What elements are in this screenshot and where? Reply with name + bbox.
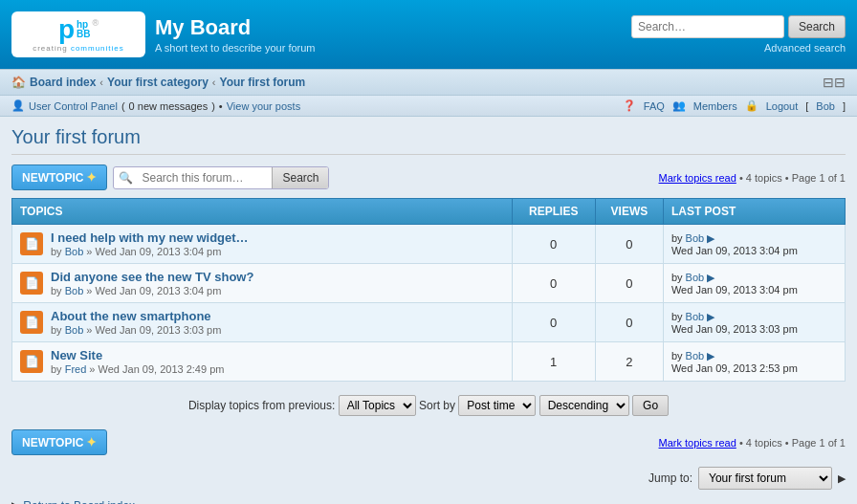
go-button[interactable]: Go bbox=[632, 395, 669, 416]
bottom-toolbar: NEWTOPIC ✦ Mark topics read • 4 topics •… bbox=[11, 429, 846, 455]
topic-info: I need help with my new widget… by Bob »… bbox=[51, 230, 249, 257]
order-select[interactable]: Descending bbox=[539, 395, 629, 416]
mark-topics-read-link-top[interactable]: Mark topics read bbox=[659, 172, 736, 184]
new-topic-label-bottom: NEWTOPIC bbox=[22, 436, 83, 449]
board-desc: A short text to describe your forum bbox=[155, 42, 316, 54]
lastpost-author-link[interactable]: Bob bbox=[686, 272, 705, 283]
user-profile-link[interactable]: Bob bbox=[816, 100, 835, 112]
return-board-index-link[interactable]: Return to Board index bbox=[23, 499, 135, 504]
breadcrumb-category-link[interactable]: Your first category bbox=[107, 76, 209, 89]
topic-status-icon: 📄 bbox=[20, 232, 43, 255]
return-link-area: ▶ Return to Board index bbox=[11, 499, 846, 504]
col-lastpost: LAST POST bbox=[663, 199, 845, 225]
advanced-search-link[interactable]: Advanced search bbox=[764, 42, 846, 54]
lastpost-author-link[interactable]: Bob bbox=[686, 311, 705, 322]
user-bar-left: 👤 User Control Panel (0 new messages) • … bbox=[11, 99, 300, 112]
topic-author-link[interactable]: Bob bbox=[65, 285, 84, 296]
new-topic-label: NEWTOPIC bbox=[22, 171, 83, 185]
topic-title-link[interactable]: I need help with my new widget… bbox=[51, 230, 249, 245]
topic-lastpost-cell: by Bob ▶ Wed Jan 09, 2013 3:03 pm bbox=[663, 303, 845, 342]
board-title: My Board bbox=[155, 15, 316, 40]
members-link[interactable]: Members bbox=[693, 100, 737, 112]
topic-views-cell: 0 bbox=[595, 225, 663, 264]
header: p hp BB ® creating communities My Board … bbox=[0, 0, 857, 69]
toolbar-right: Mark topics read • 4 topics • Page 1 of … bbox=[659, 172, 846, 184]
bottom-sep-2: • bbox=[785, 437, 792, 449]
topic-replies-cell: 1 bbox=[512, 342, 595, 382]
faq-icon: ❓ bbox=[623, 99, 636, 112]
table-row: 📄 New Site by Fred » Wed Jan 09, 2013 2:… bbox=[12, 342, 846, 382]
jump-arrow-icon[interactable]: ▶ bbox=[838, 472, 846, 485]
topic-replies-cell: 0 bbox=[512, 303, 595, 342]
mark-topics-read-link-bottom[interactable]: Mark topics read bbox=[659, 437, 736, 449]
board-title-area: My Board A short text to describe your f… bbox=[155, 15, 316, 54]
topic-views-cell: 2 bbox=[595, 342, 663, 382]
topic-replies-cell: 0 bbox=[512, 264, 595, 303]
col-replies: REPLIES bbox=[512, 199, 595, 225]
toolbar-sep-2: • bbox=[785, 172, 792, 184]
page-info-bottom: Page 1 of 1 bbox=[792, 437, 846, 449]
user-bracket-open: [ bbox=[805, 100, 808, 112]
new-topic-button[interactable]: NEWTOPIC ✦ bbox=[11, 164, 107, 190]
page-info-top: Page 1 of 1 bbox=[792, 172, 846, 184]
jump-label: Jump to: bbox=[648, 471, 692, 485]
topics-table: TOPICS REPLIES VIEWS LAST POST 📄 I need … bbox=[11, 198, 846, 382]
forum-title: Your first forum bbox=[11, 126, 846, 155]
lastpost-author-link[interactable]: Bob bbox=[686, 350, 705, 362]
col-views: VIEWS bbox=[595, 199, 663, 225]
ucp-link[interactable]: User Control Panel bbox=[29, 100, 118, 112]
lastpost-arrow-icon: ▶ bbox=[707, 232, 714, 244]
topic-info: About the new smartphone by Bob » Wed Ja… bbox=[51, 309, 221, 336]
topic-title-cell: 📄 I need help with my new widget… by Bob… bbox=[12, 225, 513, 264]
topic-author-link[interactable]: Bob bbox=[65, 246, 84, 257]
dot-sep: • bbox=[219, 100, 223, 112]
view-posts-link[interactable]: View your posts bbox=[227, 100, 300, 112]
user-bar-right: ❓FAQ 👥Members 🔒Logout [ Bob ] bbox=[623, 99, 846, 112]
header-search-button[interactable]: Search bbox=[788, 15, 846, 38]
sort-select[interactable]: Post time bbox=[458, 395, 536, 416]
bottom-toolbar-right: Mark topics read • 4 topics • Page 1 of … bbox=[659, 437, 846, 449]
breadcrumb-bar: 🏠 Board index ‹ Your first category ‹ Yo… bbox=[0, 69, 857, 96]
table-row: 📄 Did anyone see the new TV show? by Bob… bbox=[12, 264, 846, 303]
topic-status-icon: 📄 bbox=[20, 311, 43, 334]
topic-author-link[interactable]: Bob bbox=[65, 324, 84, 336]
display-label: Display topics from previous: bbox=[188, 399, 335, 412]
logo-area: p hp BB ® creating communities My Board … bbox=[11, 11, 316, 57]
new-messages-count: 0 new messages bbox=[129, 100, 209, 112]
logout-link[interactable]: Logout bbox=[766, 100, 799, 112]
topic-status-icon: 📄 bbox=[20, 350, 43, 373]
sort-label: Sort by bbox=[419, 399, 458, 412]
jump-select[interactable]: Your first forum bbox=[698, 467, 832, 490]
table-row: 📄 About the new smartphone by Bob » Wed … bbox=[12, 303, 846, 342]
topic-count-top: 4 topics bbox=[746, 172, 782, 184]
topic-views-cell: 0 bbox=[595, 264, 663, 303]
toolbar-sep-1: • bbox=[739, 172, 746, 184]
header-search-input[interactable] bbox=[631, 15, 784, 38]
phpbb-r-symbol: ® bbox=[92, 18, 99, 28]
search-row: Search bbox=[631, 15, 846, 38]
col-topics: TOPICS bbox=[12, 199, 513, 225]
faq-link[interactable]: FAQ bbox=[644, 100, 665, 112]
bottom-sep-1: • bbox=[739, 437, 746, 449]
topics-filter-select[interactable]: All Topics bbox=[339, 395, 416, 416]
topic-title-cell: 📄 About the new smartphone by Bob » Wed … bbox=[12, 303, 513, 342]
topic-replies-cell: 0 bbox=[512, 225, 595, 264]
topic-title-link[interactable]: About the new smartphone bbox=[51, 309, 211, 323]
topic-meta: by Bob » Wed Jan 09, 2013 3:04 pm bbox=[51, 246, 249, 257]
home-icon: 🏠 bbox=[11, 76, 26, 89]
breadcrumb-current: Your first forum bbox=[220, 76, 306, 89]
fold-icon[interactable]: ⊟⊟ bbox=[823, 75, 846, 90]
topic-title-link[interactable]: New Site bbox=[51, 348, 102, 362]
members-icon: 👥 bbox=[672, 99, 686, 112]
search-forum-button[interactable]: Search bbox=[272, 167, 328, 188]
topic-author-link[interactable]: Fred bbox=[65, 363, 87, 375]
search-forum-input[interactable] bbox=[138, 168, 272, 187]
search-forum-wrapper: 🔍 Search bbox=[113, 166, 329, 189]
lastpost-author-link[interactable]: Bob bbox=[686, 232, 705, 244]
return-arrow: ▶ bbox=[11, 499, 23, 504]
breadcrumb-home-link[interactable]: Board index bbox=[30, 76, 96, 89]
topic-count-bottom: 4 topics bbox=[746, 437, 782, 449]
topic-title-link[interactable]: Did anyone see the new TV show? bbox=[51, 270, 253, 284]
new-topic-button-bottom[interactable]: NEWTOPIC ✦ bbox=[11, 429, 107, 455]
topic-title-cell: 📄 New Site by Fred » Wed Jan 09, 2013 2:… bbox=[12, 342, 513, 382]
